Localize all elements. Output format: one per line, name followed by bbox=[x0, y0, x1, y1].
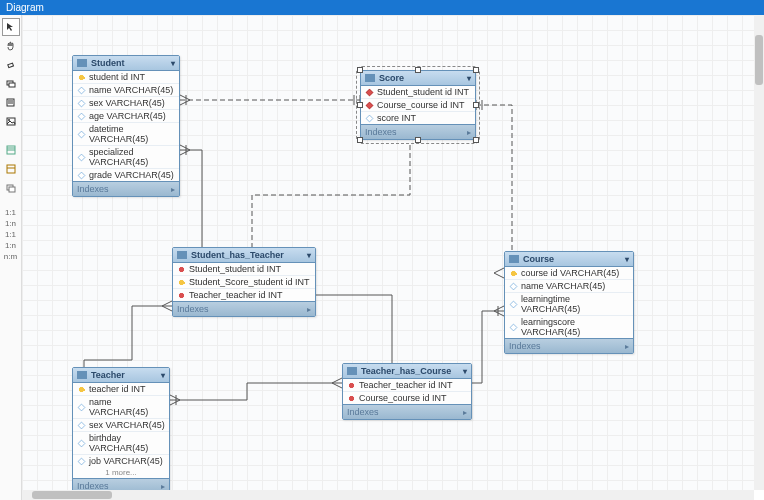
collapse-icon[interactable]: ▾ bbox=[161, 371, 165, 380]
column[interactable]: learningscore VARCHAR(45) bbox=[505, 316, 633, 338]
column[interactable]: Course_course id INT bbox=[361, 99, 475, 112]
expand-icon[interactable]: ▸ bbox=[171, 185, 175, 194]
column[interactable]: teacher id INT bbox=[73, 383, 169, 396]
entity-header[interactable]: Course▾ bbox=[505, 252, 633, 267]
pin-icon bbox=[347, 381, 356, 390]
ratio-label-5[interactable]: n:m bbox=[0, 252, 21, 261]
key-icon bbox=[77, 73, 86, 82]
scrollbar-thumb[interactable] bbox=[32, 491, 112, 499]
view-tool[interactable] bbox=[2, 160, 20, 178]
resize-handle[interactable] bbox=[473, 67, 479, 73]
entity-header[interactable]: Student▾ bbox=[73, 56, 179, 71]
ratio-label-3[interactable]: 1:1 bbox=[0, 230, 21, 239]
column[interactable]: sex VARCHAR(45) bbox=[73, 419, 169, 432]
column[interactable]: Student_student id INT bbox=[173, 263, 315, 276]
ratio-label-1[interactable]: 1:1 bbox=[0, 208, 21, 217]
column[interactable]: sex VARCHAR(45) bbox=[73, 97, 179, 110]
collapse-icon[interactable]: ▾ bbox=[463, 367, 467, 376]
column[interactable]: score INT bbox=[361, 112, 475, 124]
table-icon bbox=[77, 59, 87, 67]
entity-header[interactable]: Teacher_has_Course▾ bbox=[343, 364, 471, 379]
resize-handle[interactable] bbox=[357, 102, 363, 108]
table-tool[interactable] bbox=[2, 141, 20, 159]
expand-icon[interactable]: ▸ bbox=[625, 342, 629, 351]
pin-icon bbox=[177, 265, 186, 274]
column[interactable]: Teacher_teacher id INT bbox=[343, 379, 471, 392]
expand-icon[interactable]: ▸ bbox=[307, 305, 311, 314]
resize-handle[interactable] bbox=[357, 137, 363, 143]
entity-student[interactable]: Student▾ student id INT name VARCHAR(45)… bbox=[72, 55, 180, 197]
column[interactable]: name VARCHAR(45) bbox=[73, 396, 169, 419]
entity-teacher[interactable]: Teacher▾ teacher id INT name VARCHAR(45)… bbox=[72, 367, 170, 490]
ratio-label-2[interactable]: 1:n bbox=[0, 219, 21, 228]
collapse-icon[interactable]: ▾ bbox=[307, 251, 311, 260]
diamond-icon bbox=[78, 99, 86, 107]
column[interactable]: job VARCHAR(45) bbox=[73, 455, 169, 467]
column[interactable]: Course_course id INT bbox=[343, 392, 471, 404]
entity-title: Student_has_Teacher bbox=[191, 250, 284, 260]
pin-icon bbox=[177, 291, 186, 300]
column[interactable]: grade VARCHAR(45) bbox=[73, 169, 179, 181]
resize-handle[interactable] bbox=[357, 67, 363, 73]
fk-icon bbox=[366, 88, 374, 96]
entity-course[interactable]: Course▾ course id VARCHAR(45) name VARCH… bbox=[504, 251, 634, 354]
workspace: 1:1 1:n 1:1 1:n n:m Student▾ student id … bbox=[0, 15, 764, 500]
column[interactable]: specialized VARCHAR(45) bbox=[73, 146, 179, 169]
column[interactable]: student id INT bbox=[73, 71, 179, 84]
column[interactable]: course id VARCHAR(45) bbox=[505, 267, 633, 280]
expand-icon[interactable]: ▸ bbox=[463, 408, 467, 417]
collapse-icon[interactable]: ▾ bbox=[171, 59, 175, 68]
note-tool[interactable] bbox=[2, 94, 20, 112]
table-icon bbox=[509, 255, 519, 263]
column[interactable]: Teacher_teacher id INT bbox=[173, 289, 315, 301]
table-icon bbox=[347, 367, 357, 375]
hand-tool[interactable] bbox=[2, 37, 20, 55]
more-indicator[interactable]: 1 more... bbox=[73, 467, 169, 478]
column[interactable]: learningtime VARCHAR(45) bbox=[505, 293, 633, 316]
diamond-icon bbox=[78, 153, 86, 161]
routine-tool[interactable] bbox=[2, 179, 20, 197]
pin-icon bbox=[347, 394, 356, 403]
column[interactable]: birthday VARCHAR(45) bbox=[73, 432, 169, 455]
resize-handle[interactable] bbox=[473, 102, 479, 108]
column[interactable]: datetime VARCHAR(45) bbox=[73, 123, 179, 146]
key-icon bbox=[509, 269, 518, 278]
table-icon bbox=[177, 251, 187, 259]
entity-footer[interactable]: Indexes▸ bbox=[173, 301, 315, 316]
entity-footer[interactable]: Indexes▸ bbox=[73, 181, 179, 196]
scrollbar-thumb[interactable] bbox=[755, 35, 763, 85]
layer-tool[interactable] bbox=[2, 75, 20, 93]
svg-rect-14 bbox=[9, 187, 15, 192]
horizontal-scrollbar[interactable] bbox=[22, 490, 754, 500]
table-icon bbox=[77, 371, 87, 379]
entity-footer[interactable]: Indexes▸ bbox=[73, 478, 169, 490]
column[interactable]: name VARCHAR(45) bbox=[505, 280, 633, 293]
entity-header[interactable]: Student_has_Teacher▾ bbox=[173, 248, 315, 263]
entity-header[interactable]: Teacher▾ bbox=[73, 368, 169, 383]
entity-header[interactable]: Score▾ bbox=[361, 71, 475, 86]
column[interactable]: Student_student id INT bbox=[361, 86, 475, 99]
resize-handle[interactable] bbox=[473, 137, 479, 143]
resize-handle[interactable] bbox=[415, 137, 421, 143]
resize-handle[interactable] bbox=[415, 67, 421, 73]
entity-student-has-teacher[interactable]: Student_has_Teacher▾ Student_student id … bbox=[172, 247, 316, 317]
column[interactable]: age VARCHAR(45) bbox=[73, 110, 179, 123]
column[interactable]: name VARCHAR(45) bbox=[73, 84, 179, 97]
diamond-icon bbox=[78, 439, 86, 447]
image-tool[interactable] bbox=[2, 113, 20, 131]
collapse-icon[interactable]: ▾ bbox=[467, 74, 471, 83]
ratio-label-4[interactable]: 1:n bbox=[0, 241, 21, 250]
pointer-tool[interactable] bbox=[2, 18, 20, 36]
svg-rect-0 bbox=[7, 63, 13, 68]
entity-teacher-has-course[interactable]: Teacher_has_Course▾ Teacher_teacher id I… bbox=[342, 363, 472, 420]
column[interactable]: Student_Score_student id INT bbox=[173, 276, 315, 289]
expand-icon[interactable]: ▸ bbox=[161, 482, 165, 491]
collapse-icon[interactable]: ▾ bbox=[625, 255, 629, 264]
entity-footer[interactable]: Indexes▸ bbox=[343, 404, 471, 419]
vertical-scrollbar[interactable] bbox=[754, 15, 764, 490]
canvas[interactable]: Student▾ student id INT name VARCHAR(45)… bbox=[22, 15, 754, 490]
entity-score[interactable]: Score▾ Student_student id INT Course_cou… bbox=[360, 70, 476, 140]
entity-footer[interactable]: Indexes▸ bbox=[505, 338, 633, 353]
erase-tool[interactable] bbox=[2, 56, 20, 74]
expand-icon[interactable]: ▸ bbox=[467, 128, 471, 137]
